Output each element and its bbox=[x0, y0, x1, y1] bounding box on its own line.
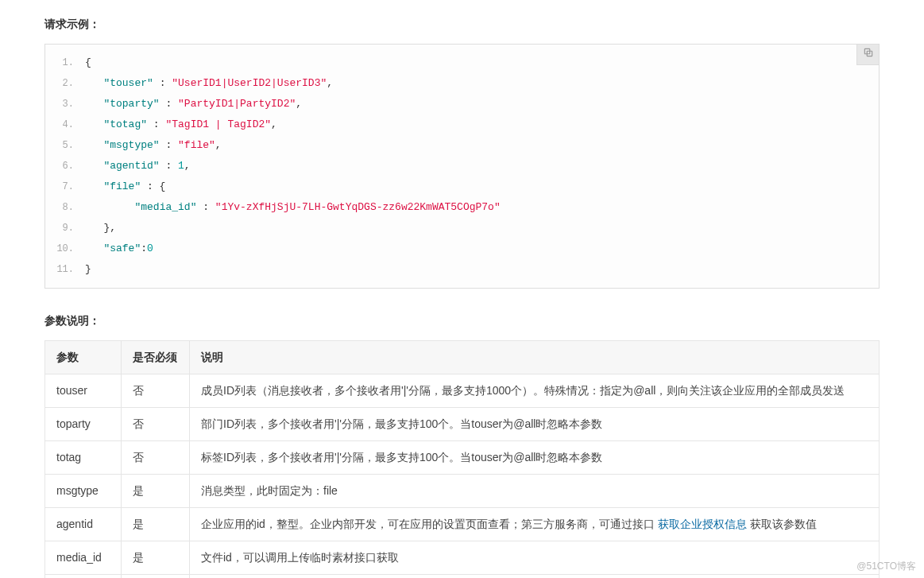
param-required: 否 bbox=[122, 441, 190, 475]
param-required: 是 bbox=[122, 508, 190, 541]
auth-info-link[interactable]: 获取企业授权信息 bbox=[658, 518, 747, 530]
line-number: 5. bbox=[45, 135, 85, 156]
line-number: 9. bbox=[45, 218, 85, 239]
line-number: 1. bbox=[45, 52, 85, 73]
line-number: 10. bbox=[45, 239, 85, 259]
line-number: 3. bbox=[45, 94, 85, 114]
line-number: 7. bbox=[45, 177, 85, 197]
line-number: 2. bbox=[45, 73, 85, 94]
param-table: 参数 是否必须 说明 touser否成员ID列表（消息接收者，多个接收者用'|'… bbox=[44, 340, 880, 578]
line-number: 8. bbox=[45, 197, 85, 218]
code-lines: 1.{2. "touser" : "UserID1|UserID2|UserID… bbox=[45, 45, 879, 288]
code-line: 7. "file" : { bbox=[45, 177, 879, 197]
code-content: } bbox=[85, 259, 91, 280]
param-required: 否 bbox=[122, 575, 190, 579]
code-content: "touser" : "UserID1|UserID2|UserID3", bbox=[85, 73, 333, 94]
param-name: totag bbox=[45, 441, 122, 475]
code-line: 6. "agentid" : 1, bbox=[45, 156, 879, 177]
th-required: 是否必须 bbox=[122, 341, 190, 374]
param-desc: 消息类型，此时固定为：file bbox=[190, 475, 880, 508]
code-content: { bbox=[85, 52, 91, 73]
param-desc: 文件id，可以调用上传临时素材接口获取 bbox=[190, 541, 880, 575]
param-required: 是 bbox=[122, 541, 190, 575]
param-name: msgtype bbox=[45, 475, 122, 508]
line-number: 6. bbox=[45, 156, 85, 177]
copy-icon bbox=[863, 46, 874, 63]
param-desc: 企业应用的id，整型。企业内部开发，可在应用的设置页面查看；第三方服务商，可通过… bbox=[190, 508, 880, 541]
param-name: toparty bbox=[45, 408, 122, 441]
line-number: 11. bbox=[45, 259, 85, 280]
code-line: 5. "msgtype" : "file", bbox=[45, 135, 879, 156]
code-content: "file" : { bbox=[85, 177, 165, 197]
table-row: media_id是文件id，可以调用上传临时素材接口获取 bbox=[45, 541, 880, 575]
param-required: 否 bbox=[122, 374, 190, 408]
code-line: 4. "totag" : "TagID1 | TagID2", bbox=[45, 114, 879, 135]
code-line: 2. "touser" : "UserID1|UserID2|UserID3", bbox=[45, 73, 879, 94]
code-content: "agentid" : 1, bbox=[85, 156, 191, 177]
param-desc: 表示是否是保密消息，0表示否，1表示是，默认0 bbox=[190, 575, 880, 579]
param-section-heading: 参数说明： bbox=[44, 312, 880, 329]
param-name: agentid bbox=[45, 508, 122, 541]
param-desc: 成员ID列表（消息接收者，多个接收者用'|'分隔，最多支持1000个）。特殊情况… bbox=[190, 374, 880, 408]
table-row: touser否成员ID列表（消息接收者，多个接收者用'|'分隔，最多支持1000… bbox=[45, 374, 880, 408]
th-param: 参数 bbox=[45, 341, 122, 374]
param-required: 否 bbox=[122, 408, 190, 441]
param-name: media_id bbox=[45, 541, 122, 575]
code-line: 9. }, bbox=[45, 218, 879, 239]
code-content: "msgtype" : "file", bbox=[85, 135, 222, 156]
line-number: 4. bbox=[45, 114, 85, 135]
request-example-heading: 请求示例： bbox=[44, 16, 880, 33]
code-line: 1.{ bbox=[45, 52, 879, 73]
param-required: 是 bbox=[122, 475, 190, 508]
code-content: }, bbox=[85, 218, 116, 239]
param-name: safe bbox=[45, 575, 122, 579]
param-desc: 标签ID列表，多个接收者用'|'分隔，最多支持100个。当touser为@all… bbox=[190, 441, 880, 475]
table-row: toparty否部门ID列表，多个接收者用'|'分隔，最多支持100个。当tou… bbox=[45, 408, 880, 441]
code-content: "media_id" : "1Yv-zXfHjSjU-7LH-GwtYqDGS-… bbox=[85, 197, 501, 218]
code-line: 11.} bbox=[45, 259, 879, 280]
table-row: totag否标签ID列表，多个接收者用'|'分隔，最多支持100个。当touse… bbox=[45, 441, 880, 475]
code-example-block: 1.{2. "touser" : "UserID1|UserID2|UserID… bbox=[44, 44, 880, 289]
code-content: "toparty" : "PartyID1|PartyID2", bbox=[85, 94, 302, 114]
code-line: 10. "safe":0 bbox=[45, 239, 879, 259]
code-line: 3. "toparty" : "PartyID1|PartyID2", bbox=[45, 94, 879, 114]
param-name: touser bbox=[45, 374, 122, 408]
code-content: "totag" : "TagID1 | TagID2", bbox=[85, 114, 277, 135]
th-desc: 说明 bbox=[190, 341, 880, 374]
table-header-row: 参数 是否必须 说明 bbox=[45, 341, 880, 374]
code-line: 8. "media_id" : "1Yv-zXfHjSjU-7LH-GwtYqD… bbox=[45, 197, 879, 218]
table-row: safe否表示是否是保密消息，0表示否，1表示是，默认0 bbox=[45, 575, 880, 579]
copy-button[interactable] bbox=[856, 45, 879, 65]
param-desc: 部门ID列表，多个接收者用'|'分隔，最多支持100个。当touser为@all… bbox=[190, 408, 880, 441]
code-content: "safe":0 bbox=[85, 239, 153, 259]
table-row: msgtype是消息类型，此时固定为：file bbox=[45, 475, 880, 508]
table-row: agentid是企业应用的id，整型。企业内部开发，可在应用的设置页面查看；第三… bbox=[45, 508, 880, 541]
